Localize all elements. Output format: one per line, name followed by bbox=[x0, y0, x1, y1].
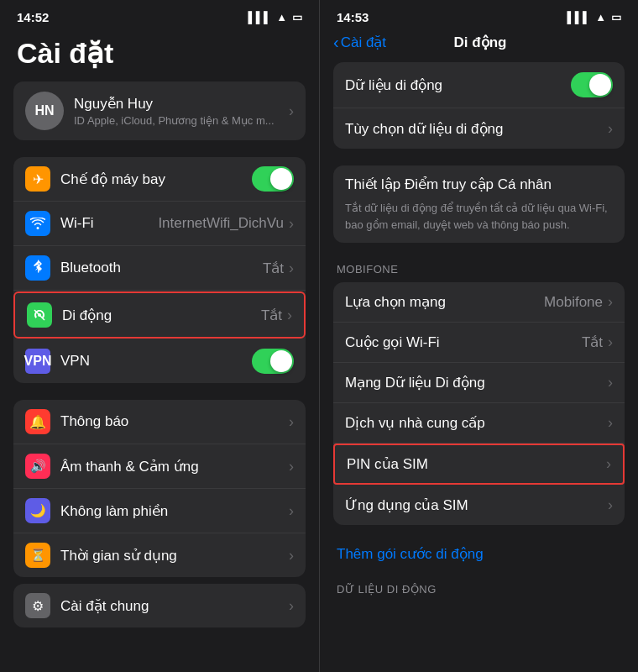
sim-app-row[interactable]: Ứng dụng của SIM › bbox=[333, 485, 625, 525]
notifications-row[interactable]: 🔔 Thông báo › bbox=[13, 400, 306, 444]
vpn-label: VPN bbox=[60, 353, 252, 370]
cellular-chevron-icon: › bbox=[287, 307, 292, 324]
airplane-mode-row[interactable]: ✈ Chế độ máy bay bbox=[13, 157, 306, 202]
back-chevron-icon: ‹ bbox=[333, 33, 339, 52]
sim-pin-row[interactable]: PIN của SIM › bbox=[333, 444, 625, 485]
airplane-icon: ✈ bbox=[25, 166, 50, 192]
mobifone-section: MOBIFONE Lựa chọn mạng Mobifone › Cuộc g… bbox=[333, 260, 625, 525]
network-chevron-icon: › bbox=[608, 293, 613, 311]
sim-pin-chevron-icon: › bbox=[606, 455, 611, 473]
wifi-chevron-icon: › bbox=[289, 215, 294, 233]
wifi-icon bbox=[25, 211, 50, 236]
right-nav-title: Di động bbox=[386, 34, 574, 51]
mobifone-group: Lựa chọn mạng Mobifone › Cuộc gọi Wi-Fi … bbox=[333, 282, 625, 525]
mobile-options-chevron-icon: › bbox=[608, 120, 613, 138]
battery-icon: ▭ bbox=[292, 11, 302, 24]
general-row[interactable]: ⚙ Cài đặt chung › bbox=[13, 584, 306, 627]
network-select-row[interactable]: Lựa chọn mạng Mobifone › bbox=[333, 282, 625, 323]
general-group: ⚙ Cài đặt chung › bbox=[13, 584, 306, 627]
screentime-icon: ⏳ bbox=[25, 543, 50, 568]
mobile-data-toggle[interactable] bbox=[571, 72, 613, 97]
mobile-data-net-row[interactable]: Mạng Dữ liệu Di động › bbox=[333, 363, 625, 403]
right-wifi-icon: ▲ bbox=[595, 11, 606, 24]
hotspot-header: Thiết lập Điểm truy cập Cá nhân bbox=[345, 176, 613, 193]
provider-service-chevron-icon: › bbox=[608, 414, 613, 432]
page-title: Cài đặt bbox=[0, 29, 319, 81]
airplane-toggle[interactable] bbox=[252, 166, 294, 192]
screentime-row[interactable]: ⏳ Thời gian sử dụng › bbox=[13, 533, 306, 577]
nav-bar: ‹ Cài đặt Di động bbox=[320, 29, 638, 62]
sounds-chevron-icon: › bbox=[289, 458, 294, 475]
airplane-label: Chế độ máy bay bbox=[60, 171, 252, 188]
left-time: 14:52 bbox=[17, 10, 49, 24]
sounds-icon: 🔊 bbox=[25, 454, 50, 479]
back-button[interactable]: ‹ Cài đặt bbox=[333, 33, 386, 52]
provider-service-row[interactable]: Dịch vụ nhà cung cấp › bbox=[333, 403, 625, 444]
hotspot-box: Thiết lập Điểm truy cập Cá nhân Tắt dữ l… bbox=[333, 165, 625, 243]
user-chevron-icon: › bbox=[289, 102, 294, 120]
apps-group: 🔔 Thông báo › 🔊 Âm thanh & Cảm ứng › 🌙 K… bbox=[13, 400, 306, 577]
cellular-label: Di động bbox=[62, 307, 261, 324]
left-status-icons: ▌▌▌ ▲ ▭ bbox=[248, 11, 302, 24]
network-select-label: Lựa chọn mạng bbox=[345, 293, 544, 311]
bluetooth-chevron-icon: › bbox=[289, 260, 294, 277]
vpn-row[interactable]: VPN VPN bbox=[13, 339, 306, 383]
right-status-icons: ▌▌▌ ▲ ▭ bbox=[567, 11, 621, 24]
right-panel: 14:53 ▌▌▌ ▲ ▭ ‹ Cài đặt Di động Dữ liệu … bbox=[319, 0, 638, 672]
sim-pin-label: PIN của SIM bbox=[347, 455, 606, 473]
right-scroll-content[interactable]: Dữ liệu di động Tùy chọn dữ liệu di động… bbox=[320, 62, 638, 672]
general-label: Cài đặt chung bbox=[60, 597, 289, 615]
toggle-knob-vpn bbox=[270, 350, 292, 372]
focus-row[interactable]: 🌙 Không làm phiền › bbox=[13, 489, 306, 533]
right-status-bar: 14:53 ▌▌▌ ▲ ▭ bbox=[320, 0, 638, 29]
mobile-data-row[interactable]: Dữ liệu di động bbox=[333, 62, 625, 108]
network-select-value: Mobifone bbox=[544, 294, 603, 311]
left-panel: 14:52 ▌▌▌ ▲ ▭ Cài đặt HN Nguyễn Huy ID A… bbox=[0, 0, 319, 672]
cellular-row[interactable]: Di động Tắt › bbox=[13, 291, 306, 339]
wifi-row[interactable]: Wi-Fi InternetWifi_DichVu › bbox=[13, 202, 306, 246]
screentime-label: Thời gian sử dụng bbox=[60, 547, 289, 564]
hotspot-desc: Tắt dữ liệu di động để truyền tất cả dữ … bbox=[345, 200, 613, 233]
back-label: Cài đặt bbox=[341, 34, 386, 51]
vpn-toggle[interactable] bbox=[252, 349, 294, 374]
bluetooth-icon bbox=[25, 255, 50, 281]
sounds-row[interactable]: 🔊 Âm thanh & Cảm ứng › bbox=[13, 444, 306, 489]
bluetooth-value: Tắt bbox=[263, 260, 284, 277]
sim-app-label: Ứng dụng của SIM bbox=[345, 496, 608, 514]
focus-label: Không làm phiền bbox=[60, 502, 289, 520]
sounds-label: Âm thanh & Cảm ứng bbox=[60, 458, 289, 475]
mobile-data-label: Dữ liệu di động bbox=[345, 76, 571, 94]
add-plan-link[interactable]: Thêm gói cước di động bbox=[337, 546, 484, 562]
wifi-value: InternetWifi_DichVu bbox=[158, 215, 284, 232]
focus-icon: 🌙 bbox=[25, 498, 50, 523]
notifications-label: Thông báo bbox=[60, 413, 289, 430]
notifications-chevron-icon: › bbox=[289, 413, 294, 431]
cellular-icon bbox=[27, 302, 52, 328]
right-signal-icon: ▌▌▌ bbox=[567, 11, 590, 24]
right-battery-icon: ▭ bbox=[611, 11, 621, 24]
general-chevron-icon: › bbox=[289, 597, 294, 615]
user-profile-row[interactable]: HN Nguyễn Huy ID Apple, iCloud, Phương t… bbox=[13, 81, 306, 140]
mobile-options-row[interactable]: Tùy chọn dữ liệu di động › bbox=[333, 108, 625, 149]
focus-chevron-icon: › bbox=[289, 502, 294, 520]
wifi-calling-value: Tắt bbox=[582, 333, 603, 351]
mobifone-header: MOBIFONE bbox=[333, 260, 625, 282]
user-info: Nguyễn Huy ID Apple, iCloud, Phương tiện… bbox=[74, 95, 289, 127]
wifi-calling-row[interactable]: Cuộc gọi Wi-Fi Tắt › bbox=[333, 323, 625, 363]
provider-service-label: Dịch vụ nhà cung cấp bbox=[345, 414, 608, 432]
mobile-options-label: Tùy chọn dữ liệu di động bbox=[345, 120, 608, 138]
user-name: Nguyễn Huy bbox=[74, 95, 289, 113]
connectivity-group: ✈ Chế độ máy bay Wi-Fi InternetWifi_Dich… bbox=[13, 157, 306, 383]
bluetooth-row[interactable]: Bluetooth Tắt › bbox=[13, 246, 306, 291]
notifications-icon: 🔔 bbox=[25, 409, 50, 434]
avatar: HN bbox=[25, 92, 64, 130]
user-sub: ID Apple, iCloud, Phương tiện & Mục m... bbox=[74, 114, 289, 127]
right-time: 14:53 bbox=[337, 10, 369, 24]
bluetooth-label: Bluetooth bbox=[60, 260, 263, 276]
screentime-chevron-icon: › bbox=[289, 547, 294, 564]
left-status-bar: 14:52 ▌▌▌ ▲ ▭ bbox=[0, 0, 319, 29]
cellular-value: Tắt bbox=[261, 307, 282, 324]
mobile-data-net-label: Mạng Dữ liệu Di động bbox=[345, 374, 608, 391]
add-plan-row[interactable]: Thêm gói cước di động bbox=[333, 542, 625, 580]
hotspot-section: Thiết lập Điểm truy cập Cá nhân Tắt dữ l… bbox=[333, 165, 625, 243]
